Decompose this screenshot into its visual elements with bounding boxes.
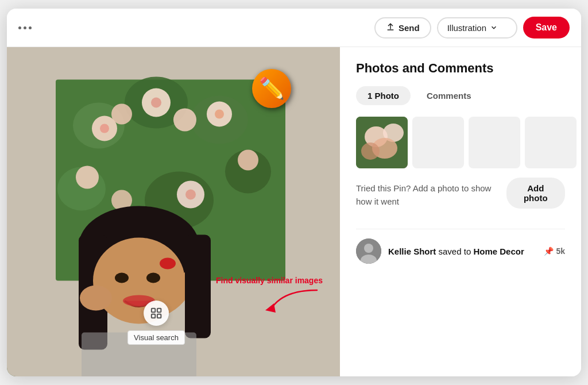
top-bar-right: Send Illustration Save: [374, 17, 570, 38]
chevron-down-icon: [490, 24, 498, 32]
avatar-image: [356, 238, 381, 264]
save-count: 📌 5k: [544, 247, 565, 256]
tab-photo[interactable]: 1 Photo: [356, 86, 411, 105]
user-name-text: Kellie Short: [388, 247, 436, 256]
svg-rect-36: [157, 314, 161, 318]
photo-thumb-2: [412, 117, 464, 168]
svg-rect-33: [152, 309, 155, 312]
dot-1: [18, 26, 21, 29]
tab-comments[interactable]: Comments: [415, 86, 483, 105]
pin-icon: 📌: [544, 247, 554, 256]
tabs: 1 Photo Comments: [356, 86, 565, 105]
svg-rect-24: [185, 235, 211, 338]
svg-point-20: [185, 190, 196, 200]
visual-search-button[interactable]: [144, 301, 169, 326]
tried-section: Tried this Pin? Add a photo to show how …: [356, 182, 565, 215]
user-info: Kellie Short saved to Home Decor: [388, 247, 537, 256]
top-bar: Send Illustration Save: [7, 9, 581, 47]
find-similar-text: Find visually similar images: [216, 276, 323, 285]
photo-thumb-4: [525, 117, 577, 168]
visual-search-area: Visual search: [127, 301, 185, 345]
svg-point-14: [76, 166, 99, 189]
tried-text: Tried this Pin? Add a photo to show how …: [356, 182, 497, 208]
add-photo-button[interactable]: Add photo: [506, 178, 566, 209]
svg-marker-32: [265, 303, 276, 313]
visual-search-icon: [150, 307, 163, 319]
thumb-image: [356, 117, 408, 168]
user-activity: Kellie Short saved to Home Decor 📌 5k: [356, 229, 565, 264]
image-panel: ✏️ Find visually similar images: [7, 47, 340, 376]
svg-point-17: [100, 124, 109, 133]
svg-point-26: [115, 273, 129, 283]
more-options-button[interactable]: [18, 26, 32, 29]
svg-point-27: [146, 273, 160, 283]
pencil-badge: ✏️: [252, 69, 291, 108]
save-button[interactable]: Save: [523, 17, 570, 38]
main-content: ✏️ Find visually similar images: [7, 47, 581, 376]
svg-point-18: [151, 98, 161, 108]
section-title: Photos and Comments: [356, 61, 565, 76]
svg-rect-35: [152, 314, 155, 318]
svg-point-9: [111, 104, 132, 125]
right-panel: Photos and Comments 1 Photo Comments: [340, 47, 581, 376]
svg-point-29: [160, 258, 176, 270]
board-dropdown[interactable]: Illustration: [437, 17, 517, 38]
photos-grid: [356, 117, 565, 168]
arrow-icon: [254, 287, 323, 316]
svg-rect-34: [157, 309, 161, 312]
svg-point-19: [215, 110, 224, 119]
dot-3: [29, 26, 32, 29]
board-dropdown-label: Illustration: [447, 23, 486, 33]
send-icon: [386, 23, 395, 32]
user-name: Kellie Short saved to Home Decor: [388, 247, 537, 256]
svg-point-41: [361, 143, 380, 160]
send-button[interactable]: Send: [374, 17, 431, 38]
pin-modal: Send Illustration Save: [7, 9, 581, 376]
photo-thumb-3: [469, 117, 520, 168]
svg-point-43: [364, 244, 373, 253]
user-avatar: [356, 238, 381, 264]
photo-thumb-main[interactable]: [356, 117, 408, 168]
send-label: Send: [399, 23, 420, 33]
arrow-area: Find visually similar images: [216, 276, 323, 316]
svg-point-11: [173, 109, 196, 132]
dot-2: [24, 26, 26, 29]
board-name: Home Decor: [473, 247, 524, 256]
save-count-value: 5k: [556, 247, 565, 256]
top-bar-left: [18, 26, 32, 29]
svg-point-13: [238, 150, 258, 171]
svg-point-31: [80, 286, 112, 311]
visual-search-label: Visual search: [127, 330, 185, 345]
